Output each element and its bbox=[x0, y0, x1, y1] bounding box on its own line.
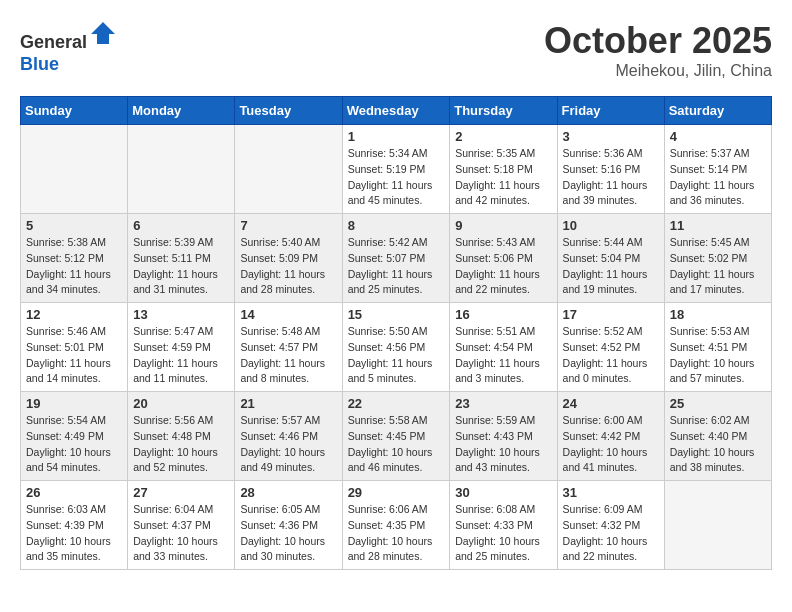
day-number: 11 bbox=[670, 218, 766, 233]
weekday-header: Tuesday bbox=[235, 97, 342, 125]
calendar-cell: 10Sunrise: 5:44 AM Sunset: 5:04 PM Dayli… bbox=[557, 214, 664, 303]
weekday-header: Monday bbox=[128, 97, 235, 125]
calendar-cell bbox=[21, 125, 128, 214]
page-header: General Blue October 2025 Meihekou, Jili… bbox=[20, 20, 772, 80]
calendar-cell: 2Sunrise: 5:35 AM Sunset: 5:18 PM Daylig… bbox=[450, 125, 557, 214]
svg-marker-0 bbox=[91, 22, 115, 44]
day-detail: Sunrise: 5:43 AM Sunset: 5:06 PM Dayligh… bbox=[455, 235, 551, 298]
logo-blue: Blue bbox=[20, 54, 59, 74]
calendar-week-row: 5Sunrise: 5:38 AM Sunset: 5:12 PM Daylig… bbox=[21, 214, 772, 303]
calendar-cell: 28Sunrise: 6:05 AM Sunset: 4:36 PM Dayli… bbox=[235, 481, 342, 570]
day-number: 21 bbox=[240, 396, 336, 411]
calendar-cell: 7Sunrise: 5:40 AM Sunset: 5:09 PM Daylig… bbox=[235, 214, 342, 303]
calendar-cell bbox=[128, 125, 235, 214]
day-detail: Sunrise: 6:02 AM Sunset: 4:40 PM Dayligh… bbox=[670, 413, 766, 476]
day-detail: Sunrise: 6:00 AM Sunset: 4:42 PM Dayligh… bbox=[563, 413, 659, 476]
day-detail: Sunrise: 5:47 AM Sunset: 4:59 PM Dayligh… bbox=[133, 324, 229, 387]
calendar-cell: 8Sunrise: 5:42 AM Sunset: 5:07 PM Daylig… bbox=[342, 214, 450, 303]
calendar-cell: 3Sunrise: 5:36 AM Sunset: 5:16 PM Daylig… bbox=[557, 125, 664, 214]
day-number: 20 bbox=[133, 396, 229, 411]
calendar-cell: 25Sunrise: 6:02 AM Sunset: 4:40 PM Dayli… bbox=[664, 392, 771, 481]
day-number: 23 bbox=[455, 396, 551, 411]
day-detail: Sunrise: 5:46 AM Sunset: 5:01 PM Dayligh… bbox=[26, 324, 122, 387]
calendar-cell: 27Sunrise: 6:04 AM Sunset: 4:37 PM Dayli… bbox=[128, 481, 235, 570]
logo-icon bbox=[89, 20, 117, 48]
logo: General Blue bbox=[20, 20, 117, 75]
day-number: 9 bbox=[455, 218, 551, 233]
calendar-cell: 12Sunrise: 5:46 AM Sunset: 5:01 PM Dayli… bbox=[21, 303, 128, 392]
calendar-cell: 16Sunrise: 5:51 AM Sunset: 4:54 PM Dayli… bbox=[450, 303, 557, 392]
day-number: 31 bbox=[563, 485, 659, 500]
day-number: 3 bbox=[563, 129, 659, 144]
day-detail: Sunrise: 5:39 AM Sunset: 5:11 PM Dayligh… bbox=[133, 235, 229, 298]
calendar-cell: 4Sunrise: 5:37 AM Sunset: 5:14 PM Daylig… bbox=[664, 125, 771, 214]
day-number: 29 bbox=[348, 485, 445, 500]
logo-general: General bbox=[20, 32, 87, 52]
day-number: 30 bbox=[455, 485, 551, 500]
calendar-cell: 6Sunrise: 5:39 AM Sunset: 5:11 PM Daylig… bbox=[128, 214, 235, 303]
day-detail: Sunrise: 6:04 AM Sunset: 4:37 PM Dayligh… bbox=[133, 502, 229, 565]
day-number: 25 bbox=[670, 396, 766, 411]
day-detail: Sunrise: 5:44 AM Sunset: 5:04 PM Dayligh… bbox=[563, 235, 659, 298]
calendar-cell: 21Sunrise: 5:57 AM Sunset: 4:46 PM Dayli… bbox=[235, 392, 342, 481]
weekday-header: Friday bbox=[557, 97, 664, 125]
calendar-cell: 23Sunrise: 5:59 AM Sunset: 4:43 PM Dayli… bbox=[450, 392, 557, 481]
title-block: October 2025 Meihekou, Jilin, China bbox=[544, 20, 772, 80]
calendar-week-row: 19Sunrise: 5:54 AM Sunset: 4:49 PM Dayli… bbox=[21, 392, 772, 481]
calendar-body: 1Sunrise: 5:34 AM Sunset: 5:19 PM Daylig… bbox=[21, 125, 772, 570]
day-detail: Sunrise: 5:52 AM Sunset: 4:52 PM Dayligh… bbox=[563, 324, 659, 387]
day-number: 13 bbox=[133, 307, 229, 322]
calendar-cell: 9Sunrise: 5:43 AM Sunset: 5:06 PM Daylig… bbox=[450, 214, 557, 303]
day-number: 18 bbox=[670, 307, 766, 322]
location: Meihekou, Jilin, China bbox=[544, 62, 772, 80]
day-detail: Sunrise: 5:42 AM Sunset: 5:07 PM Dayligh… bbox=[348, 235, 445, 298]
calendar-cell: 20Sunrise: 5:56 AM Sunset: 4:48 PM Dayli… bbox=[128, 392, 235, 481]
calendar-week-row: 12Sunrise: 5:46 AM Sunset: 5:01 PM Dayli… bbox=[21, 303, 772, 392]
day-detail: Sunrise: 5:54 AM Sunset: 4:49 PM Dayligh… bbox=[26, 413, 122, 476]
calendar-cell: 22Sunrise: 5:58 AM Sunset: 4:45 PM Dayli… bbox=[342, 392, 450, 481]
day-detail: Sunrise: 5:51 AM Sunset: 4:54 PM Dayligh… bbox=[455, 324, 551, 387]
calendar-cell: 5Sunrise: 5:38 AM Sunset: 5:12 PM Daylig… bbox=[21, 214, 128, 303]
day-number: 17 bbox=[563, 307, 659, 322]
calendar-cell: 1Sunrise: 5:34 AM Sunset: 5:19 PM Daylig… bbox=[342, 125, 450, 214]
calendar-cell: 18Sunrise: 5:53 AM Sunset: 4:51 PM Dayli… bbox=[664, 303, 771, 392]
calendar-cell: 17Sunrise: 5:52 AM Sunset: 4:52 PM Dayli… bbox=[557, 303, 664, 392]
day-detail: Sunrise: 5:35 AM Sunset: 5:18 PM Dayligh… bbox=[455, 146, 551, 209]
day-number: 10 bbox=[563, 218, 659, 233]
day-number: 22 bbox=[348, 396, 445, 411]
calendar-week-row: 26Sunrise: 6:03 AM Sunset: 4:39 PM Dayli… bbox=[21, 481, 772, 570]
day-number: 24 bbox=[563, 396, 659, 411]
day-number: 6 bbox=[133, 218, 229, 233]
day-number: 16 bbox=[455, 307, 551, 322]
day-detail: Sunrise: 6:06 AM Sunset: 4:35 PM Dayligh… bbox=[348, 502, 445, 565]
day-detail: Sunrise: 5:40 AM Sunset: 5:09 PM Dayligh… bbox=[240, 235, 336, 298]
day-number: 7 bbox=[240, 218, 336, 233]
day-detail: Sunrise: 5:58 AM Sunset: 4:45 PM Dayligh… bbox=[348, 413, 445, 476]
calendar-table: SundayMondayTuesdayWednesdayThursdayFrid… bbox=[20, 96, 772, 570]
calendar-cell: 30Sunrise: 6:08 AM Sunset: 4:33 PM Dayli… bbox=[450, 481, 557, 570]
day-detail: Sunrise: 6:05 AM Sunset: 4:36 PM Dayligh… bbox=[240, 502, 336, 565]
day-number: 27 bbox=[133, 485, 229, 500]
day-detail: Sunrise: 5:45 AM Sunset: 5:02 PM Dayligh… bbox=[670, 235, 766, 298]
day-number: 5 bbox=[26, 218, 122, 233]
day-number: 8 bbox=[348, 218, 445, 233]
calendar-cell: 29Sunrise: 6:06 AM Sunset: 4:35 PM Dayli… bbox=[342, 481, 450, 570]
weekday-header: Saturday bbox=[664, 97, 771, 125]
weekday-header: Wednesday bbox=[342, 97, 450, 125]
day-number: 19 bbox=[26, 396, 122, 411]
day-detail: Sunrise: 5:53 AM Sunset: 4:51 PM Dayligh… bbox=[670, 324, 766, 387]
calendar-header-row: SundayMondayTuesdayWednesdayThursdayFrid… bbox=[21, 97, 772, 125]
calendar-cell: 15Sunrise: 5:50 AM Sunset: 4:56 PM Dayli… bbox=[342, 303, 450, 392]
day-number: 15 bbox=[348, 307, 445, 322]
day-detail: Sunrise: 5:38 AM Sunset: 5:12 PM Dayligh… bbox=[26, 235, 122, 298]
day-detail: Sunrise: 5:37 AM Sunset: 5:14 PM Dayligh… bbox=[670, 146, 766, 209]
day-number: 12 bbox=[26, 307, 122, 322]
calendar-cell bbox=[235, 125, 342, 214]
day-detail: Sunrise: 5:56 AM Sunset: 4:48 PM Dayligh… bbox=[133, 413, 229, 476]
calendar-cell bbox=[664, 481, 771, 570]
calendar-cell: 24Sunrise: 6:00 AM Sunset: 4:42 PM Dayli… bbox=[557, 392, 664, 481]
month-title: October 2025 bbox=[544, 20, 772, 62]
calendar-cell: 26Sunrise: 6:03 AM Sunset: 4:39 PM Dayli… bbox=[21, 481, 128, 570]
day-detail: Sunrise: 6:03 AM Sunset: 4:39 PM Dayligh… bbox=[26, 502, 122, 565]
weekday-header: Sunday bbox=[21, 97, 128, 125]
